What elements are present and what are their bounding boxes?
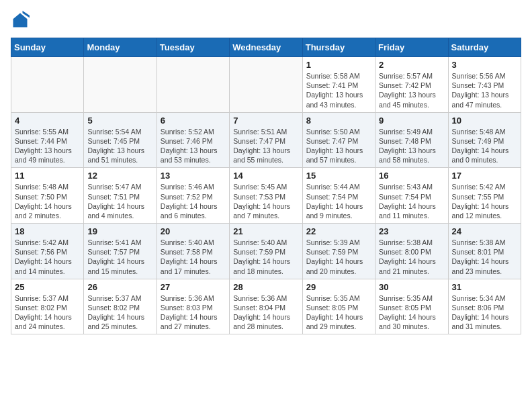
column-header-saturday: Saturday bbox=[448, 38, 521, 57]
calendar-week-row: 18Sunrise: 5:42 AM Sunset: 7:56 PM Dayli… bbox=[11, 224, 521, 279]
day-detail: Sunrise: 5:40 AM Sunset: 7:58 PM Dayligh… bbox=[161, 238, 226, 276]
calendar-cell: 10Sunrise: 5:48 AM Sunset: 7:49 PM Dayli… bbox=[448, 112, 521, 168]
calendar-cell: 17Sunrise: 5:42 AM Sunset: 7:55 PM Dayli… bbox=[448, 168, 521, 224]
calendar-week-row: 1Sunrise: 5:58 AM Sunset: 7:41 PM Daylig… bbox=[11, 57, 521, 113]
calendar-week-row: 25Sunrise: 5:37 AM Sunset: 8:02 PM Dayli… bbox=[11, 279, 521, 334]
day-number: 3 bbox=[452, 60, 517, 70]
day-number: 27 bbox=[161, 282, 226, 292]
calendar-cell: 1Sunrise: 5:58 AM Sunset: 7:41 PM Daylig… bbox=[302, 57, 375, 113]
calendar-cell: 12Sunrise: 5:47 AM Sunset: 7:51 PM Dayli… bbox=[84, 168, 157, 224]
day-number: 24 bbox=[452, 226, 517, 236]
calendar-cell: 15Sunrise: 5:44 AM Sunset: 7:54 PM Dayli… bbox=[302, 168, 375, 224]
calendar-cell: 2Sunrise: 5:57 AM Sunset: 7:42 PM Daylig… bbox=[375, 57, 448, 113]
day-number: 23 bbox=[379, 226, 444, 236]
calendar-cell: 19Sunrise: 5:41 AM Sunset: 7:57 PM Dayli… bbox=[84, 224, 157, 279]
calendar-cell: 28Sunrise: 5:36 AM Sunset: 8:04 PM Dayli… bbox=[230, 279, 302, 334]
calendar-cell: 25Sunrise: 5:37 AM Sunset: 8:02 PM Dayli… bbox=[11, 279, 84, 334]
day-detail: Sunrise: 5:44 AM Sunset: 7:54 PM Dayligh… bbox=[306, 182, 371, 220]
day-number: 21 bbox=[233, 226, 298, 236]
calendar-cell bbox=[84, 57, 157, 113]
day-number: 20 bbox=[161, 226, 226, 236]
calendar-week-row: 4Sunrise: 5:55 AM Sunset: 7:44 PM Daylig… bbox=[11, 112, 521, 168]
day-number: 14 bbox=[233, 171, 298, 181]
day-detail: Sunrise: 5:57 AM Sunset: 7:42 PM Dayligh… bbox=[379, 71, 444, 109]
day-detail: Sunrise: 5:36 AM Sunset: 8:04 PM Dayligh… bbox=[233, 293, 298, 332]
calendar-header-row: SundayMondayTuesdayWednesdayThursdayFrid… bbox=[11, 38, 521, 57]
calendar-cell: 30Sunrise: 5:35 AM Sunset: 8:05 PM Dayli… bbox=[375, 279, 448, 334]
day-number: 1 bbox=[306, 60, 371, 70]
calendar-cell: 31Sunrise: 5:34 AM Sunset: 8:06 PM Dayli… bbox=[448, 279, 521, 334]
calendar-cell: 11Sunrise: 5:48 AM Sunset: 7:50 PM Dayli… bbox=[11, 168, 84, 224]
day-number: 8 bbox=[306, 116, 371, 126]
day-detail: Sunrise: 5:37 AM Sunset: 8:02 PM Dayligh… bbox=[15, 293, 80, 332]
day-detail: Sunrise: 5:38 AM Sunset: 8:00 PM Dayligh… bbox=[379, 238, 444, 276]
column-header-thursday: Thursday bbox=[302, 38, 375, 57]
day-number: 12 bbox=[87, 171, 152, 181]
day-number: 17 bbox=[452, 171, 517, 181]
day-detail: Sunrise: 5:49 AM Sunset: 7:48 PM Dayligh… bbox=[379, 127, 444, 165]
day-number: 25 bbox=[15, 282, 80, 292]
day-detail: Sunrise: 5:40 AM Sunset: 7:59 PM Dayligh… bbox=[233, 238, 298, 276]
calendar-week-row: 11Sunrise: 5:48 AM Sunset: 7:50 PM Dayli… bbox=[11, 168, 521, 224]
calendar-cell: 7Sunrise: 5:51 AM Sunset: 7:47 PM Daylig… bbox=[230, 112, 302, 168]
calendar-cell: 24Sunrise: 5:38 AM Sunset: 8:01 PM Dayli… bbox=[448, 224, 521, 279]
calendar-cell: 4Sunrise: 5:55 AM Sunset: 7:44 PM Daylig… bbox=[11, 112, 84, 168]
calendar-cell: 22Sunrise: 5:39 AM Sunset: 7:59 PM Dayli… bbox=[302, 224, 375, 279]
day-number: 31 bbox=[452, 282, 517, 292]
day-number: 2 bbox=[379, 60, 444, 70]
day-detail: Sunrise: 5:41 AM Sunset: 7:57 PM Dayligh… bbox=[87, 238, 152, 276]
calendar-cell: 16Sunrise: 5:43 AM Sunset: 7:54 PM Dayli… bbox=[375, 168, 448, 224]
day-number: 30 bbox=[379, 282, 444, 292]
day-number: 6 bbox=[161, 116, 226, 126]
day-number: 5 bbox=[87, 116, 152, 126]
day-detail: Sunrise: 5:35 AM Sunset: 8:05 PM Dayligh… bbox=[379, 293, 444, 332]
calendar-cell: 5Sunrise: 5:54 AM Sunset: 7:45 PM Daylig… bbox=[84, 112, 157, 168]
calendar-cell: 29Sunrise: 5:35 AM Sunset: 8:05 PM Dayli… bbox=[302, 279, 375, 334]
day-detail: Sunrise: 5:35 AM Sunset: 8:05 PM Dayligh… bbox=[306, 293, 371, 332]
day-number: 13 bbox=[161, 171, 226, 181]
day-number: 16 bbox=[379, 171, 444, 181]
day-detail: Sunrise: 5:34 AM Sunset: 8:06 PM Dayligh… bbox=[452, 293, 517, 332]
calendar-cell: 8Sunrise: 5:50 AM Sunset: 7:47 PM Daylig… bbox=[302, 112, 375, 168]
day-number: 29 bbox=[306, 282, 371, 292]
calendar-cell: 3Sunrise: 5:56 AM Sunset: 7:43 PM Daylig… bbox=[448, 57, 521, 113]
day-detail: Sunrise: 5:42 AM Sunset: 7:56 PM Dayligh… bbox=[15, 238, 80, 276]
calendar-cell: 26Sunrise: 5:37 AM Sunset: 8:02 PM Dayli… bbox=[84, 279, 157, 334]
calendar-table: SundayMondayTuesdayWednesdayThursdayFrid… bbox=[11, 38, 521, 334]
calendar-cell: 9Sunrise: 5:49 AM Sunset: 7:48 PM Daylig… bbox=[375, 112, 448, 168]
calendar-cell bbox=[11, 57, 84, 113]
day-detail: Sunrise: 5:48 AM Sunset: 7:49 PM Dayligh… bbox=[452, 127, 517, 165]
day-detail: Sunrise: 5:52 AM Sunset: 7:46 PM Dayligh… bbox=[161, 127, 226, 165]
day-detail: Sunrise: 5:42 AM Sunset: 7:55 PM Dayligh… bbox=[452, 182, 517, 220]
day-detail: Sunrise: 5:45 AM Sunset: 7:53 PM Dayligh… bbox=[233, 182, 298, 220]
day-detail: Sunrise: 5:51 AM Sunset: 7:47 PM Dayligh… bbox=[233, 127, 298, 165]
day-detail: Sunrise: 5:46 AM Sunset: 7:52 PM Dayligh… bbox=[161, 182, 226, 220]
day-detail: Sunrise: 5:36 AM Sunset: 8:03 PM Dayligh… bbox=[161, 293, 226, 332]
day-number: 22 bbox=[306, 226, 371, 236]
column-header-sunday: Sunday bbox=[11, 38, 84, 57]
day-number: 26 bbox=[87, 282, 152, 292]
logo bbox=[11, 11, 32, 30]
column-header-friday: Friday bbox=[375, 38, 448, 57]
day-detail: Sunrise: 5:38 AM Sunset: 8:01 PM Dayligh… bbox=[452, 238, 517, 276]
calendar-cell: 13Sunrise: 5:46 AM Sunset: 7:52 PM Dayli… bbox=[157, 168, 229, 224]
calendar-cell: 23Sunrise: 5:38 AM Sunset: 8:00 PM Dayli… bbox=[375, 224, 448, 279]
calendar-cell bbox=[157, 57, 229, 113]
logo-icon bbox=[11, 11, 30, 30]
day-detail: Sunrise: 5:47 AM Sunset: 7:51 PM Dayligh… bbox=[87, 182, 152, 220]
day-detail: Sunrise: 5:54 AM Sunset: 7:45 PM Dayligh… bbox=[87, 127, 152, 165]
calendar-cell: 18Sunrise: 5:42 AM Sunset: 7:56 PM Dayli… bbox=[11, 224, 84, 279]
day-detail: Sunrise: 5:55 AM Sunset: 7:44 PM Dayligh… bbox=[15, 127, 80, 165]
day-detail: Sunrise: 5:37 AM Sunset: 8:02 PM Dayligh… bbox=[87, 293, 152, 332]
calendar-cell: 20Sunrise: 5:40 AM Sunset: 7:58 PM Dayli… bbox=[157, 224, 229, 279]
day-number: 15 bbox=[306, 171, 371, 181]
day-detail: Sunrise: 5:56 AM Sunset: 7:43 PM Dayligh… bbox=[452, 71, 517, 109]
calendar-cell bbox=[230, 57, 302, 113]
day-detail: Sunrise: 5:39 AM Sunset: 7:59 PM Dayligh… bbox=[306, 238, 371, 276]
calendar-cell: 6Sunrise: 5:52 AM Sunset: 7:46 PM Daylig… bbox=[157, 112, 229, 168]
day-detail: Sunrise: 5:43 AM Sunset: 7:54 PM Dayligh… bbox=[379, 182, 444, 220]
calendar-cell: 14Sunrise: 5:45 AM Sunset: 7:53 PM Dayli… bbox=[230, 168, 302, 224]
calendar-cell: 21Sunrise: 5:40 AM Sunset: 7:59 PM Dayli… bbox=[230, 224, 302, 279]
day-number: 28 bbox=[233, 282, 298, 292]
day-number: 4 bbox=[15, 116, 80, 126]
